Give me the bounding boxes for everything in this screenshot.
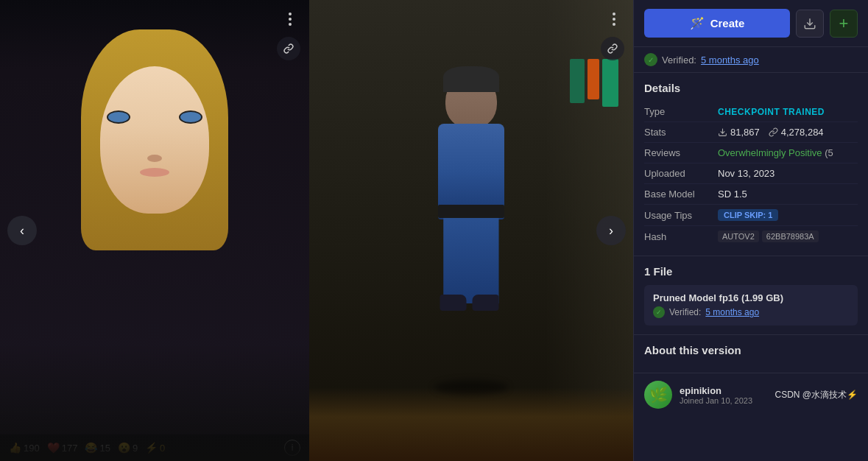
clip-skip-badge: CLIP SKIP: 1 (718, 209, 778, 221)
creator-info: epinikion Joined Jan 10, 2023 (680, 385, 767, 405)
links-stat: 4,278,284 (769, 127, 824, 138)
files-section: 1 File Pruned Model fp16 (1.99 GB) ✓ Ver… (634, 256, 868, 335)
toy-image (309, 0, 633, 461)
uploaded-row: Uploaded Nov 13, 2023 (644, 163, 858, 184)
prev-arrow[interactable]: ‹ (7, 216, 37, 245)
file-verified-icon: ✓ (653, 306, 665, 318)
creator-row: 🌿 epinikion Joined Jan 10, 2023 CSDN @水滴… (634, 373, 868, 416)
creator-joined: Joined Jan 10, 2023 (680, 396, 767, 405)
gallery-area: ‹ 👍 190 ❤️ 177 😂 15 😮 9 ⚡ 0 i (0, 0, 633, 461)
verified-link[interactable]: 5 months ago (701, 54, 759, 66)
creator-source: CSDN @水滴技术⚡ (775, 389, 858, 401)
details-section: Details Type CHECKPOINT TRAINED Stats 81… (634, 73, 868, 256)
download-button[interactable] (796, 10, 824, 38)
image2-menu[interactable] (604, 9, 624, 29)
type-row: Type CHECKPOINT TRAINED (644, 102, 858, 122)
sidebar: 🪄 Create + ✓ Verified: 5 months ago Deta… (633, 0, 868, 461)
downloads-stat: 81,867 (718, 127, 760, 138)
about-section: About this version (634, 335, 868, 373)
add-button[interactable]: + (830, 10, 858, 38)
hash-autov2: AUTOV2 (718, 230, 759, 242)
base-model-row: Base Model SD 1.5 (644, 184, 858, 205)
reviews-row: Reviews Overwhelmingly Positive (5 (644, 143, 858, 163)
image-panel-1: ‹ 👍 190 ❤️ 177 😂 15 😮 9 ⚡ 0 i (0, 0, 309, 461)
about-title: About this version (644, 344, 858, 356)
wand-icon: 🪄 (690, 16, 705, 30)
hash-value: 62BB78983A (762, 230, 819, 242)
stats-row: Stats 81,867 4,278,284 (644, 122, 858, 143)
hash-container: AUTOV2 62BB78983A (718, 230, 819, 242)
next-arrow[interactable]: › (596, 216, 626, 245)
portrait-image (0, 0, 309, 461)
hash-row: Hash AUTOV2 62BB78983A (644, 226, 858, 247)
file-item: Pruned Model fp16 (1.99 GB) ✓ Verified: … (644, 285, 858, 325)
files-title: 1 File (644, 265, 858, 278)
stats-values: 81,867 4,278,284 (718, 127, 824, 138)
verified-row: ✓ Verified: 5 months ago (634, 47, 868, 73)
file-verified-link[interactable]: 5 months ago (705, 307, 759, 317)
creator-avatar: 🌿 (644, 381, 672, 409)
image2-link-btn[interactable] (601, 37, 624, 60)
create-button[interactable]: 🪄 Create (644, 9, 790, 38)
type-badge: CHECKPOINT TRAINED (718, 107, 858, 117)
reviews-value[interactable]: Overwhelmingly Positive (5 (718, 147, 833, 158)
image1-menu[interactable] (280, 9, 300, 29)
verified-icon: ✓ (644, 53, 657, 66)
image1-link-btn[interactable] (277, 37, 300, 60)
file-name: Pruned Model fp16 (1.99 GB) (653, 292, 849, 303)
usage-tips-row: Usage Tips CLIP SKIP: 1 (644, 205, 858, 226)
image-panel-2: › 👍 58 ❤️ 38 😂 38 😮 3 ⚡ 0 i (309, 0, 633, 461)
creator-name[interactable]: epinikion (680, 385, 767, 396)
file-verified-row: ✓ Verified: 5 months ago (653, 306, 849, 318)
details-title: Details (644, 82, 858, 94)
sidebar-header: 🪄 Create + (634, 0, 868, 47)
